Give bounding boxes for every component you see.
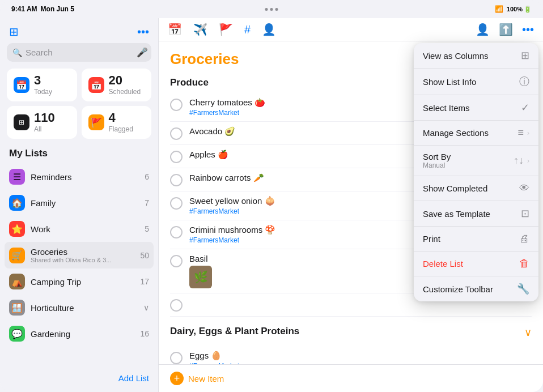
save-template-icon: ⊡ [521, 207, 529, 220]
work-icon: ⭐ [9, 221, 25, 237]
checkbox-apples[interactable] [170, 151, 183, 163]
device-frame: 9:41 AM Mon Jun 5 📶 100% 🔋 ⊞ ••• [0, 0, 543, 392]
toolbar-flag-icon[interactable]: 🚩 [219, 23, 233, 36]
search-input[interactable] [26, 48, 133, 57]
menu-sort-by[interactable]: Sort By Manual ↑↓ › [414, 146, 538, 176]
select-icon: ✓ [521, 101, 529, 114]
menu-save-as-template[interactable]: Save as Template ⊡ [414, 201, 538, 227]
menu-show-list-info[interactable]: Show List Info ⓘ [414, 69, 538, 95]
todo-text-avocado: Avocado 🥑 [189, 126, 235, 137]
stat-today[interactable]: 📅 3 Today [7, 69, 77, 101]
sidebar-item-gardening[interactable]: 💬 Gardening 16 [0, 321, 158, 347]
sort-chevron: › [527, 157, 529, 165]
checkbox-empty[interactable] [170, 299, 183, 312]
checkbox-sweet-yellow-onion[interactable] [170, 197, 183, 210]
dot-1 [265, 8, 268, 11]
sidebar-item-work[interactable]: ⭐ Work 5 [0, 216, 158, 242]
todo-tag-crimini-mushrooms[interactable]: #FarmersMarket [189, 236, 275, 244]
toolbar-share-icon[interactable]: ⬆️ [499, 23, 513, 36]
sidebar-item-reminders[interactable]: ☰ Reminders 6 [0, 164, 158, 190]
sidebar-item-camping-trip[interactable]: ⛺ Camping Trip 17 [0, 269, 158, 295]
toolbar-person-icon[interactable]: 👤 [262, 23, 276, 36]
menu-select-items[interactable]: Select Items ✓ [414, 95, 538, 121]
customize-toolbar-icon: 🔧 [517, 283, 529, 295]
status-date: Mon Jun 5 [41, 5, 74, 13]
dairy-collapse-icon[interactable]: ∨ [524, 326, 532, 339]
scheduled-label: Scheduled [109, 88, 141, 96]
toolbar-icons-right: 👤 ⬆️ ••• [476, 23, 534, 36]
horticulture-label: Horticulture [31, 303, 138, 313]
menu-customize-toolbar[interactable]: Customize Toolbar 🔧 [414, 276, 538, 301]
todo-tag-sweet-yellow-onion[interactable]: #FarmersMarket [189, 207, 275, 215]
camping-count: 17 [140, 277, 149, 286]
checkbox-crimini-mushrooms[interactable] [170, 226, 183, 238]
menu-manage-sections[interactable]: Manage Sections ≡ › [414, 121, 538, 146]
checkbox-eggs[interactable] [170, 352, 183, 364]
todo-tag-cherry-tomatoes[interactable]: #FarmersMarket [189, 109, 265, 117]
todo-text-sweet-yellow-onion: Sweet yellow onion 🧅 [189, 196, 275, 206]
dot-3 [275, 8, 278, 11]
toolbar-calendar-icon[interactable]: 📅 [168, 23, 182, 36]
checkbox-rainbow-carrots[interactable] [170, 174, 183, 186]
scheduled-icon: 📅 [88, 77, 104, 93]
sidebar-item-groceries[interactable]: 🛒 Groceries Shared with Olivia Rico & 3.… [5, 242, 154, 269]
status-bar: 9:41 AM Mon Jun 5 📶 100% 🔋 [0, 0, 543, 18]
family-icon: 🏠 [9, 195, 25, 211]
sidebar-item-horticulture[interactable]: 🪟 Horticulture ∨ [0, 295, 158, 321]
new-item-button[interactable]: + New Item [159, 364, 543, 392]
wifi-icon: 📶 [495, 5, 503, 13]
toolbar-location-icon[interactable]: ✈️ [193, 23, 207, 36]
delete-icon: 🗑 [519, 258, 529, 270]
sidebar-item-family[interactable]: 🏠 Family 7 [0, 190, 158, 216]
todo-text-crimini-mushrooms: Crimini mushrooms 🍄 [189, 225, 275, 235]
view-columns-icon: ⊞ [521, 49, 529, 62]
today-label: Today [34, 88, 52, 96]
work-label: Work [31, 224, 139, 234]
search-icon: 🔍 [12, 48, 22, 57]
new-item-label: New Item [188, 374, 224, 384]
mic-icon[interactable]: 🎤 [137, 47, 148, 58]
sort-icon: ↑↓ [514, 155, 524, 167]
sidebar: ⊞ ••• 🔍 🎤 📅 3 Today 📅 [0, 18, 159, 392]
family-label: Family [31, 198, 139, 208]
horticulture-expand-icon[interactable]: ∨ [143, 303, 149, 312]
toolbar-share-person-icon[interactable]: 👤 [476, 23, 490, 36]
reminders-count: 6 [145, 172, 149, 181]
toolbar-tag-icon[interactable]: # [244, 23, 251, 36]
flagged-label: Flagged [109, 125, 133, 133]
todo-text-basil: Basil [189, 254, 212, 263]
manage-sections-icon: ≡ [517, 127, 524, 139]
status-time: 9:41 AM [11, 5, 37, 13]
sidebar-more-icon[interactable]: ••• [137, 25, 149, 39]
horticulture-icon: 🪟 [9, 300, 25, 316]
checkbox-cherry-tomatoes[interactable] [170, 99, 183, 111]
toolbar-more-icon[interactable]: ••• [522, 23, 534, 36]
checkbox-basil[interactable] [170, 255, 183, 267]
search-bar[interactable]: 🔍 🎤 [7, 43, 151, 62]
checkbox-avocado[interactable] [170, 127, 183, 140]
menu-print[interactable]: Print 🖨 [414, 227, 538, 252]
stat-scheduled[interactable]: 📅 20 Scheduled [82, 69, 152, 101]
menu-view-as-columns[interactable]: View as Columns ⊞ [414, 43, 538, 69]
stats-grid: 📅 3 Today 📅 20 Scheduled ⊞ [0, 69, 158, 146]
stat-all[interactable]: ⊞ 110 All [7, 106, 77, 139]
groceries-sublabel: Shared with Olivia Rico & 3... [31, 257, 134, 263]
menu-show-completed[interactable]: Show Completed 👁 [414, 176, 538, 201]
sidebar-toggle-icon[interactable]: ⊞ [9, 25, 19, 39]
reminders-icon: ☰ [9, 169, 25, 185]
menu-delete-list[interactable]: Delete List 🗑 [414, 252, 538, 276]
groceries-label: Groceries [31, 247, 134, 257]
new-item-plus-icon: + [170, 372, 184, 385]
status-bar-right: 📶 100% 🔋 [495, 5, 532, 13]
today-icon: 📅 [14, 77, 29, 93]
stat-flagged[interactable]: 🚩 4 Flagged [82, 106, 152, 139]
todo-text-eggs: Eggs 🥚 [189, 351, 239, 361]
all-label: All [34, 125, 55, 133]
todo-text-rainbow-carrots: Rainbow carrots 🥕 [189, 173, 264, 183]
groceries-count: 50 [140, 251, 149, 260]
flagged-count: 4 [109, 112, 133, 124]
gardening-icon: 💬 [9, 326, 25, 342]
add-list-button[interactable]: Add List [0, 369, 158, 387]
gardening-label: Gardening [31, 329, 134, 339]
work-count: 5 [145, 224, 149, 233]
